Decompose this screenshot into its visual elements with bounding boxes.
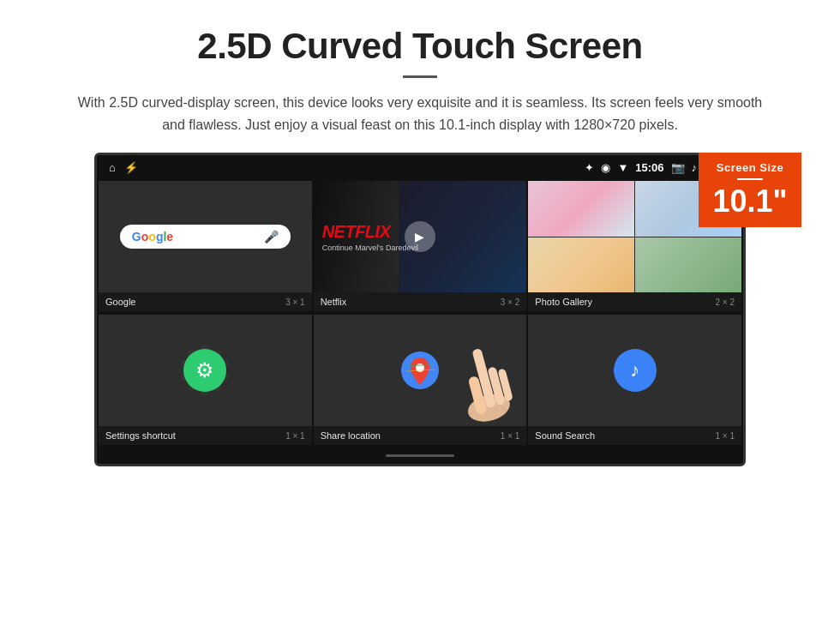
- camera-icon: 📷: [671, 161, 685, 174]
- settings-app-tile[interactable]: ⚙ ⚙ Settings shortcut 1 × 1: [99, 315, 312, 445]
- share-location-tile-inner: [314, 315, 527, 426]
- netflix-tile-bg: ▶ NETFLIX Continue Marvel's Daredevil: [314, 181, 527, 292]
- share-tile-bg: [314, 315, 527, 426]
- google-app-size: 3 × 1: [285, 297, 305, 307]
- volume-icon: ♪: [692, 161, 698, 174]
- photo-cell-4: [635, 237, 741, 293]
- status-bar-left: ⌂ ⚡: [109, 161, 138, 174]
- photo-cell-3: [528, 237, 634, 293]
- google-tile-bg: Google 🎤: [99, 181, 312, 292]
- wifi-icon: ▼: [617, 161, 628, 174]
- badge-size: 10.1": [705, 184, 795, 219]
- sound-search-tile-inner: ♪: [528, 315, 741, 426]
- sound-search-app-size: 1 × 1: [715, 431, 735, 441]
- location-icon: ◉: [601, 161, 610, 174]
- google-mic-icon[interactable]: 🎤: [264, 230, 279, 243]
- photo-cell-1: [528, 181, 634, 237]
- settings-tile-bg: ⚙ ⚙: [99, 315, 312, 426]
- share-location-app-size: 1 × 1: [501, 431, 520, 441]
- netflix-label-row: Netflix 3 × 2: [314, 292, 527, 311]
- google-app-tile[interactable]: Google 🎤 Google 3 × 1: [99, 181, 312, 311]
- device-screen: ⌂ ⚡ ✦ ◉ ▼ 15:06 📷 ♪ ▣ ▭: [94, 153, 746, 466]
- netflix-app-size: 3 × 2: [501, 297, 520, 307]
- maps-icon: [399, 349, 441, 392]
- sound-search-app-tile[interactable]: ♪ Sound Search 1 × 1: [528, 315, 741, 445]
- netflix-app-tile[interactable]: ▶ NETFLIX Continue Marvel's Daredevil Ne…: [314, 181, 527, 311]
- settings-label-row: Settings shortcut 1 × 1: [99, 426, 312, 445]
- share-location-label-row: Share location 1 × 1: [314, 426, 527, 445]
- bluetooth-icon: ✦: [585, 161, 594, 174]
- google-logo: Google: [132, 230, 173, 243]
- netflix-app-name: Netflix: [321, 297, 347, 307]
- device-nav-bar: [97, 447, 743, 464]
- nav-indicator: [386, 454, 454, 457]
- page-description: With 2.5D curved-display screen, this de…: [69, 92, 771, 135]
- home-icon: ⌂: [109, 161, 116, 174]
- photo-gallery-app-name: Photo Gallery: [535, 297, 592, 307]
- settings-app-size: 1 × 1: [285, 431, 305, 441]
- google-search-bar[interactable]: Google 🎤: [120, 225, 291, 249]
- screen-size-badge: Screen Size 10.1": [699, 153, 801, 227]
- status-bar: ⌂ ⚡ ✦ ◉ ▼ 15:06 📷 ♪ ▣ ▭: [97, 155, 743, 179]
- photo-gallery-app-size: 2 × 2: [715, 297, 735, 307]
- photo-gallery-label-row: Photo Gallery 2 × 2: [528, 292, 741, 311]
- netflix-tile-inner: ▶ NETFLIX Continue Marvel's Daredevil: [314, 181, 527, 292]
- app-grid-row2: ⚙ ⚙ Settings shortcut 1 × 1: [97, 313, 743, 447]
- svg-rect-9: [472, 348, 488, 376]
- sound-search-app-name: Sound Search: [535, 430, 595, 441]
- settings-app-name: Settings shortcut: [105, 430, 176, 441]
- page-title: 2.5D Curved Touch Screen: [34, 26, 806, 67]
- settings-tile-inner: ⚙ ⚙: [99, 315, 312, 426]
- google-label-row: Google 3 × 1: [99, 292, 312, 311]
- google-app-name: Google: [105, 297, 135, 307]
- sound-music-icon: ♪: [614, 349, 657, 392]
- usb-icon: ⚡: [124, 161, 138, 174]
- sound-tile-bg: ♪: [528, 315, 741, 426]
- google-tile-inner: Google 🎤: [99, 181, 312, 292]
- hand-pointing-icon: [447, 331, 526, 426]
- screen-container: Screen Size 10.1" ⌂ ⚡ ✦ ◉ ▼ 15:06 📷: [47, 153, 793, 466]
- app-grid-row1: Google 🎤 Google 3 × 1: [97, 179, 743, 313]
- badge-label: Screen Size: [705, 161, 795, 174]
- sound-search-label-row: Sound Search 1 × 1: [528, 426, 741, 445]
- share-location-app-name: Share location: [321, 430, 381, 441]
- share-location-app-tile[interactable]: Share location 1 × 1: [314, 315, 527, 445]
- title-divider: [403, 75, 437, 78]
- status-time: 15:06: [635, 161, 663, 174]
- page-wrapper: 2.5D Curved Touch Screen With 2.5D curve…: [0, 0, 840, 484]
- badge-divider: [737, 178, 763, 180]
- netflix-play-button[interactable]: ▶: [405, 221, 435, 252]
